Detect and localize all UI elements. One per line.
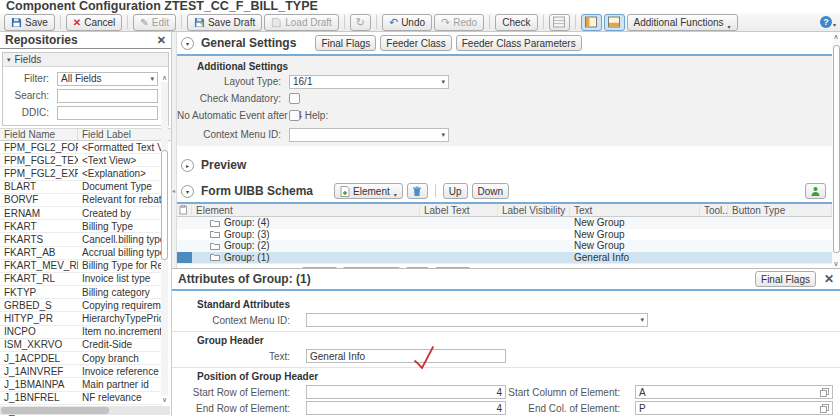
text-cell: New Group [570, 240, 700, 251]
fields-section-header[interactable]: ▾ Fields [3, 53, 168, 67]
field-list-item[interactable]: GRBED_S Copying requirements [0, 299, 162, 312]
additional-functions-button[interactable]: Additional Functions ▾ [627, 14, 738, 31]
field-list-item[interactable]: ISM_XKRVO Credit-Side [0, 339, 162, 352]
scrollbar-track[interactable] [832, 41, 840, 259]
load-draft-button[interactable]: Load Draft [264, 14, 339, 31]
field-list-item[interactable]: FPM_FGL2_TEXT_VIEW <Text View> [0, 154, 162, 167]
field-list: FPM_FGL2_FORMATED_... <Formatted Text Vi… [0, 141, 162, 416]
scrollbar-thumb[interactable] [833, 45, 840, 253]
scroll-up-icon[interactable]: ∧ [833, 32, 838, 41]
text-label: Text: [172, 351, 298, 362]
search-input[interactable] [57, 89, 158, 103]
field-list-item[interactable]: ERNAM Created by [0, 207, 162, 220]
fields-horizontal-scrollbar[interactable] [0, 406, 170, 415]
general-settings-action-button[interactable]: Feeder Class Parameters [456, 35, 582, 51]
column-header-label-text[interactable]: Label Text [420, 205, 498, 216]
field-list-item[interactable]: J_1ACPDEL Copy branch [0, 352, 162, 365]
check-button[interactable]: Check [495, 14, 537, 31]
schema-table-row[interactable]: Group: (4) New Group [177, 217, 832, 229]
scroll-up-icon[interactable]: ∧ [162, 74, 167, 82]
field-list-item[interactable]: FPM_FGL2_EXPLANATION <Explanation> [0, 167, 162, 180]
check-mandatory-checkbox[interactable] [289, 93, 300, 104]
collapse-toggle-icon[interactable]: ▾ [181, 185, 194, 198]
scrollbar-track[interactable] [161, 82, 168, 396]
field-list-item[interactable]: J_1BNFREL NF relevance [0, 392, 162, 405]
collapse-toggle-icon[interactable]: ▾ [181, 37, 194, 50]
chevron-down-icon: ▾ [728, 23, 731, 30]
personalize-button[interactable] [805, 183, 826, 199]
field-list-item[interactable]: HITYP_PR HierarchyTypePricing [0, 312, 162, 325]
help-button[interactable]: ? ▾ [820, 16, 836, 28]
row-selector[interactable] [177, 252, 192, 264]
layout-rows-button[interactable] [549, 14, 570, 31]
attributes-body: Standard Attributes Context Menu ID: ▾ G… [172, 291, 840, 416]
layout-type-dropdown[interactable]: 16/1 ▾ [289, 75, 449, 89]
field-list-item[interactable]: J_1AINVREF Invoice reference [0, 365, 162, 378]
value-help-icon[interactable] [820, 388, 829, 397]
field-list-item[interactable]: FKART_MEV_RESET Billing Type for Reset [0, 260, 162, 273]
field-list-item[interactable]: FPM_FGL2_FORMATED_... <Formatted Text Vi… [0, 141, 162, 154]
field-list-item[interactable]: INCPO Item no.increment [0, 326, 162, 339]
context-menu-id-dropdown[interactable]: ▾ [289, 128, 449, 142]
scrollbar-thumb[interactable] [1, 407, 109, 414]
move-down-button[interactable]: Down [472, 183, 510, 199]
column-header-label-visibility[interactable]: Label Visibility [498, 205, 570, 216]
delete-element-button[interactable] [407, 183, 428, 199]
general-settings-action-button[interactable]: Feeder Class [380, 35, 451, 51]
end-column-input[interactable]: P [635, 401, 833, 415]
save-button[interactable]: Save [4, 14, 55, 31]
fields-vertical-scrollbar[interactable]: ∧ ∨ [160, 74, 169, 404]
close-icon[interactable]: ✕ [157, 34, 166, 47]
move-up-button[interactable]: Up [443, 183, 468, 199]
cancel-button[interactable]: ✕ Cancel [66, 14, 123, 31]
start-column-input[interactable]: A [635, 385, 833, 399]
context-menu-id-dropdown[interactable]: ▾ [306, 313, 648, 327]
field-list-item[interactable]: FKARTS Cancell.billing type [0, 233, 162, 246]
field-list-item[interactable]: FKART_RL Invoice list type [0, 273, 162, 286]
ddic-input[interactable] [57, 106, 158, 120]
column-header-button-type[interactable]: Button Type [728, 205, 832, 216]
start-row-input[interactable]: 4 [306, 385, 506, 399]
final-flags-button[interactable]: Final Flags [755, 271, 816, 287]
field-list-item[interactable]: FKART_AB Accrual billing type [0, 247, 162, 260]
no-auto-event-checkbox[interactable] [289, 110, 300, 121]
field-list-item[interactable]: J_1BMAINPA Main partner id [0, 378, 162, 391]
layout-left-panel-button[interactable] [581, 14, 602, 31]
scrollbar-thumb[interactable] [161, 150, 168, 260]
redo-button[interactable]: ↷ Redo [434, 14, 484, 31]
field-list-item[interactable]: FKTYP Billing category [0, 286, 162, 299]
collapse-left-icon[interactable]: ◂ [172, 187, 175, 194]
layout-type-label: Layout Type: [177, 76, 289, 87]
save-draft-button[interactable]: Save Draft [187, 14, 262, 31]
add-element-button[interactable]: Element ▾ [334, 183, 403, 199]
scroll-down-icon[interactable]: ∨ [162, 396, 167, 404]
end-row-input[interactable]: 4 [306, 401, 506, 415]
expand-toggle-icon[interactable]: ▸ [181, 159, 194, 172]
layout-bottom-panel-button[interactable] [604, 14, 625, 31]
general-settings-action-button[interactable]: Final Flags [315, 35, 376, 51]
edit-button[interactable]: ✎ Edit [133, 14, 176, 31]
field-label-column-header[interactable]: Field Label [78, 129, 171, 140]
column-header-tool[interactable]: Tool... [700, 205, 728, 216]
schema-table-row[interactable]: Group: (3) New Group [177, 229, 832, 241]
close-icon[interactable]: ✕ [824, 272, 834, 286]
filter-dropdown[interactable]: All Fields ▾ [57, 72, 158, 86]
toolbar-separator [489, 15, 490, 29]
schema-table-row[interactable]: Group: (1) General Info [177, 252, 832, 264]
field-name-column-header[interactable]: Field Name [0, 129, 78, 140]
field-list-item[interactable]: FKART Billing Type [0, 220, 162, 233]
scroll-down-icon[interactable]: ∨ [833, 259, 838, 268]
select-all-icon[interactable] [177, 205, 192, 215]
undo-button[interactable]: ↶ Undo [382, 14, 432, 31]
value-help-icon[interactable] [820, 404, 829, 413]
main-vertical-scrollbar[interactable]: ∧ ∨ [832, 32, 840, 268]
text-input[interactable]: General Info [306, 349, 506, 363]
new-element-icon [340, 186, 350, 197]
refresh-button[interactable]: ↻ [350, 14, 371, 31]
column-header-element[interactable]: Element [192, 205, 420, 216]
field-label-cell: Invoice list type [78, 273, 162, 284]
column-header-text[interactable]: Text [570, 205, 700, 216]
field-list-item[interactable]: BORVF Relevant for rebate [0, 194, 162, 207]
field-list-item[interactable]: BLART Document Type [0, 181, 162, 194]
schema-table-row[interactable]: Group: (2) New Group [177, 240, 832, 252]
